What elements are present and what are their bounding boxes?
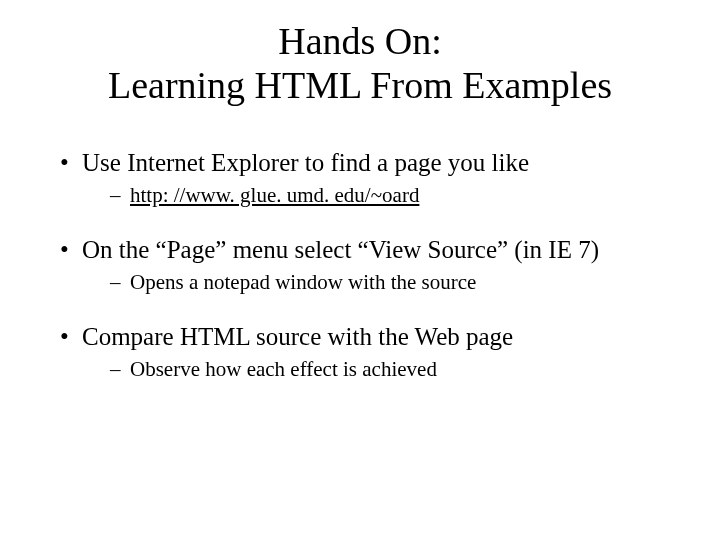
bullet-list: Use Internet Explorer to find a page you… bbox=[40, 149, 680, 382]
bullet-text: Use Internet Explorer to find a page you… bbox=[82, 149, 529, 176]
sub-text: Opens a notepad window with the source bbox=[130, 270, 476, 294]
sub-text: Observe how each effect is achieved bbox=[130, 357, 437, 381]
bullet-text: On the “Page” menu select “View Source” … bbox=[82, 236, 599, 263]
sub-item: http: //www. glue. umd. edu/~oard bbox=[110, 183, 680, 208]
bullet-item: Use Internet Explorer to find a page you… bbox=[60, 149, 680, 208]
bullet-item: Compare HTML source with the Web page Ob… bbox=[60, 323, 680, 382]
bullet-item: On the “Page” menu select “View Source” … bbox=[60, 236, 680, 295]
sub-list: Observe how each effect is achieved bbox=[82, 357, 680, 382]
sub-list: http: //www. glue. umd. edu/~oard bbox=[82, 183, 680, 208]
url-link[interactable]: http: //www. glue. umd. edu/~oard bbox=[130, 183, 419, 207]
sub-item: Opens a notepad window with the source bbox=[110, 270, 680, 295]
slide-title: Hands On: Learning HTML From Examples bbox=[40, 20, 680, 107]
sub-list: Opens a notepad window with the source bbox=[82, 270, 680, 295]
title-line-2: Learning HTML From Examples bbox=[108, 64, 612, 106]
title-line-1: Hands On: bbox=[278, 20, 442, 62]
sub-item: Observe how each effect is achieved bbox=[110, 357, 680, 382]
bullet-text: Compare HTML source with the Web page bbox=[82, 323, 513, 350]
